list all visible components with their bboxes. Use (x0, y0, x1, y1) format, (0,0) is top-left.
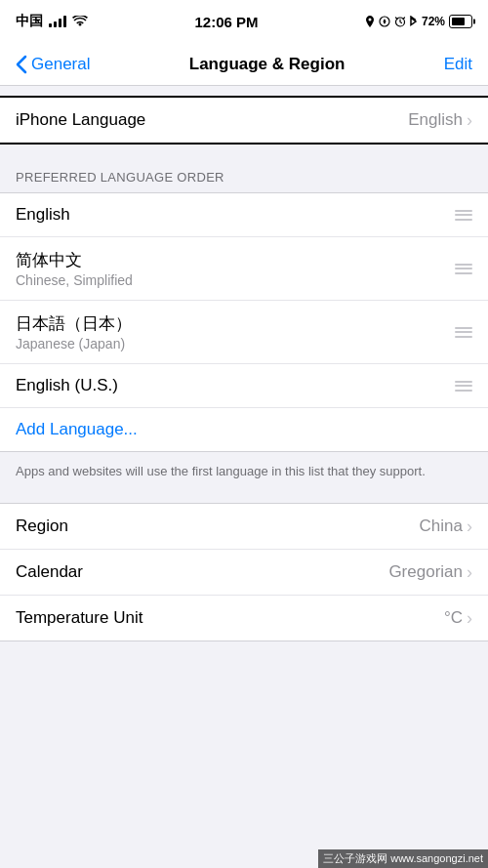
back-button[interactable]: General (16, 55, 90, 74)
compass-icon (379, 16, 390, 27)
back-chevron-icon (16, 55, 27, 74)
drag-handle-3[interactable] (455, 381, 472, 392)
chevron-icon: › (467, 111, 472, 129)
status-right: 72% (365, 15, 472, 28)
lang-sub-2: Japanese (Japan) (16, 336, 447, 351)
language-list: English 简体中文 Chinese, Simplified 日本語（日本）… (0, 192, 488, 452)
drag-handle-1[interactable] (455, 264, 472, 274)
temperature-row[interactable]: Temperature Unit °C › (0, 596, 488, 641)
lang-content-0: English (16, 205, 447, 225)
list-item[interactable]: 简体中文 Chinese, Simplified (0, 237, 488, 301)
list-item[interactable]: 日本語（日本） Japanese (Japan) (0, 301, 488, 364)
other-settings-list: Region China › Calendar Gregorian › Temp… (0, 503, 488, 641)
region-value-group: China › (420, 517, 472, 536)
carrier-label: 中国 (16, 13, 43, 30)
temperature-label: Temperature Unit (16, 608, 142, 628)
temperature-value-group: °C › (444, 608, 472, 628)
nav-bar: General Language & Region Edit (0, 43, 488, 86)
calendar-value-group: Gregorian › (388, 562, 472, 582)
iphone-language-value: English (408, 110, 463, 130)
info-text: Apps and websites will use the first lan… (0, 452, 488, 495)
lang-sub-1: Chinese, Simplified (16, 272, 447, 288)
region-label: Region (16, 517, 68, 536)
signal-bars (49, 16, 66, 27)
location-icon (365, 16, 375, 27)
calendar-row[interactable]: Calendar Gregorian › (0, 550, 488, 596)
back-label: General (31, 55, 90, 74)
lang-content-3: English (U.S.) (16, 376, 447, 395)
iphone-language-row[interactable]: iPhone Language English › (0, 98, 488, 143)
preferred-section-header: PREFERRED LANGUAGE ORDER (0, 154, 488, 192)
bluetooth-icon (410, 16, 418, 27)
edit-button[interactable]: Edit (444, 55, 472, 74)
region-value: China (420, 517, 463, 536)
page-title: Language & Region (189, 55, 346, 74)
list-item[interactable]: English (U.S.) (0, 364, 488, 408)
battery-icon (449, 15, 472, 28)
lang-content-1: 简体中文 Chinese, Simplified (16, 249, 447, 288)
status-left: 中国 (16, 13, 88, 30)
calendar-chevron-icon: › (467, 563, 472, 581)
drag-handle-0[interactable] (455, 210, 472, 221)
lang-main-1: 简体中文 (16, 249, 447, 271)
add-language-label: Add Language... (16, 420, 138, 439)
temperature-value: °C (444, 608, 463, 628)
lang-content-2: 日本語（日本） Japanese (Japan) (16, 312, 447, 351)
battery-percentage: 72% (422, 15, 445, 28)
iphone-language-value-group: English › (408, 110, 472, 130)
add-language-row[interactable]: Add Language... (0, 408, 488, 451)
region-chevron-icon: › (467, 517, 472, 535)
list-item[interactable]: English (0, 193, 488, 237)
status-bar: 中国 12:06 PM (0, 0, 488, 43)
alarm-icon (394, 16, 406, 27)
lang-main-0: English (16, 205, 447, 225)
temperature-chevron-icon: › (467, 609, 472, 627)
wifi-icon (72, 16, 88, 27)
region-row[interactable]: Region China › (0, 504, 488, 550)
calendar-label: Calendar (16, 562, 83, 582)
lang-main-2: 日本語（日本） (16, 312, 447, 335)
lang-main-3: English (U.S.) (16, 376, 447, 395)
iphone-language-label: iPhone Language (16, 110, 145, 130)
status-time: 12:06 PM (194, 14, 258, 30)
drag-handle-2[interactable] (455, 327, 472, 338)
watermark: 三公子游戏网 www.sangongzi.net (318, 849, 488, 868)
calendar-value: Gregorian (388, 562, 463, 582)
